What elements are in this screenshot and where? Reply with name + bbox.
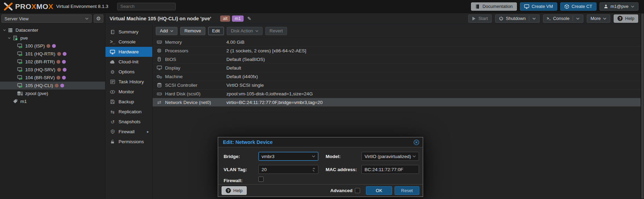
chevron-down-icon[interactable] (576, 18, 580, 20)
monitor-icon (156, 65, 163, 70)
menu-item-snapshots[interactable]: ↺ Snapshots (105, 117, 152, 127)
more-button[interactable]: More (587, 14, 611, 23)
chevron-down-icon[interactable] (532, 18, 536, 20)
menu-item-replication[interactable]: ⇆ Replication (105, 107, 152, 117)
bridge-combobox[interactable]: vmbr3 (258, 152, 318, 161)
tree-item-label: 102 (BR-RTR) (25, 59, 55, 64)
brand-part: PRO (15, 2, 31, 11)
vm-running-icon (17, 75, 23, 80)
tree-item-vm-105[interactable]: 105 (HQ-CLI) (0, 82, 105, 90)
view-selector-dropdown[interactable]: Server View (1, 14, 92, 23)
table-row-hard-disk[interactable]: Hard Disk (scsi0) zpool:vm-105-disk-0,io… (153, 90, 641, 98)
tag-dot-alt (57, 68, 61, 72)
ok-label: OK (376, 188, 382, 193)
edit-tags-icon[interactable]: ✎ (247, 16, 252, 21)
tree-item-datacenter[interactable]: Datacenter (0, 26, 105, 34)
create-vm-button[interactable]: Create VM (520, 2, 557, 11)
menu-item-permissions[interactable]: Permissions (105, 137, 152, 147)
table-row-machine[interactable]: ⚙⚙ Machine Default (i440fx) (153, 72, 641, 81)
edit-button[interactable]: Edit (208, 27, 224, 35)
user-menu-button[interactable]: m1@pve (600, 2, 638, 11)
menu-item-options[interactable]: ⚙ Options (105, 67, 152, 77)
create-ct-button[interactable]: Create CT (560, 2, 596, 11)
tree-item-vm-103[interactable]: 103 (HQ-SRV) (0, 66, 105, 74)
version-label: Virtual Environment 8.1.3 (56, 4, 108, 9)
menu-item-console[interactable]: >_ Console (105, 37, 152, 47)
ok-button[interactable]: OK (366, 186, 392, 195)
spinner-arrows[interactable] (313, 168, 315, 171)
row-value: 4.00 GiB (226, 40, 245, 45)
disk-action-button[interactable]: Disk Action (227, 27, 263, 35)
dialog-help-label: Help (233, 188, 243, 193)
scrollbar-thumb[interactable] (641, 13, 644, 199)
menu-item-label: Summary (119, 29, 139, 34)
row-value: 2 (1 sockets, 2 cores) [x86-64-v2-AES] (226, 48, 306, 53)
remove-button[interactable]: Remove (180, 27, 205, 35)
dialog-title: Edit: Network Device (223, 139, 273, 145)
mac-address-field[interactable]: BC:24:11:72:77:0F (361, 165, 419, 174)
firewall-checkbox[interactable] (258, 177, 264, 182)
menu-item-label: Task History (119, 79, 144, 84)
reset-button[interactable]: Reset (395, 186, 419, 195)
book-icon (110, 30, 115, 34)
table-row-memory[interactable]: Memory 4.00 GiB (153, 38, 641, 46)
table-row-display[interactable]: Display Default (153, 64, 641, 72)
tree-item-label: 101 (HQ-RTR) (25, 51, 55, 56)
edit-network-device-dialog: Edit: Network Device Bridge: vmbr3 Model… (218, 137, 423, 197)
view-selector-label: Server View (4, 16, 29, 21)
add-button[interactable]: Add (156, 27, 177, 35)
row-value: zpool:vm-105-disk-0,iothread=1,size=24G (226, 91, 313, 96)
revert-button[interactable]: Revert (265, 27, 287, 35)
help-label: Help (625, 16, 634, 21)
menu-item-firewall[interactable]: Firewall ▸ (105, 127, 152, 137)
tree-item-vm-101[interactable]: 101 (HQ-RTR) (0, 50, 105, 58)
menu-item-label: Permissions (119, 139, 144, 144)
table-row-processors[interactable]: Processors 2 (1 sockets, 2 cores) [x86-6… (153, 46, 641, 55)
vlan-tag-value: 20 (262, 167, 267, 172)
tree-item-vm-100[interactable]: 100 (ISP) (0, 42, 105, 50)
documentation-button[interactable]: Documentation (471, 2, 517, 11)
menu-item-summary[interactable]: Summary (105, 27, 152, 37)
table-row-scsi-controller[interactable]: SCSI Controller VirtIO SCSI single (153, 81, 641, 90)
tree-item-vm-102[interactable]: 102 (BR-RTR) (0, 58, 105, 66)
menu-item-label: Snapshots (119, 119, 141, 124)
start-button[interactable]: Start (468, 14, 491, 23)
menu-item-cloud-init[interactable]: Cloud-Init (105, 57, 152, 67)
close-icon[interactable] (413, 139, 419, 145)
tree-item-tag-m1[interactable]: m1 (0, 97, 105, 105)
table-row-bios[interactable]: BIOS Default (SeaBIOS) (153, 55, 641, 64)
menu-item-monitor[interactable]: Monitor (105, 87, 152, 97)
revert-label: Revert (269, 28, 283, 33)
help-button[interactable]: ? Help (614, 14, 638, 23)
shutdown-button[interactable]: Shutdown (495, 14, 540, 23)
tag-dot-m1 (63, 52, 67, 56)
model-combobox[interactable]: VirtIO (paravirtualized) (361, 152, 419, 161)
tree-item-label: 104 (BR-SRV) (25, 75, 55, 80)
power-icon (499, 16, 503, 21)
row-label: Memory (165, 40, 226, 45)
menu-item-task-history[interactable]: Task History (105, 77, 152, 87)
menu-item-backup[interactable]: Backup (105, 97, 152, 107)
list-icon (110, 80, 115, 84)
vlan-tag-spinner[interactable]: 20 (258, 165, 318, 174)
chevron-expand-icon (7, 37, 12, 39)
chevron-down-icon[interactable] (312, 155, 315, 157)
button-divider (529, 16, 529, 21)
advanced-checkbox[interactable] (355, 188, 360, 193)
view-selector-row: Server View ⚙ (0, 13, 105, 24)
chevron-down-icon[interactable] (412, 155, 416, 157)
tree-item-storage-zpool[interactable]: zpool (pve) (0, 90, 105, 97)
tree-item-pve[interactable]: pve (0, 34, 105, 42)
menu-item-label: Monitor (119, 89, 134, 94)
menu-item-hardware[interactable]: Hardware (105, 47, 152, 57)
console-button[interactable]: >_ Console (543, 14, 583, 23)
storage-icon (17, 91, 23, 96)
view-settings-button[interactable]: ⚙ (94, 14, 103, 23)
table-row-network-device[interactable]: ⇄ Network Device (net0) virtio=BC:24:11:… (153, 98, 641, 107)
dialog-help-button[interactable]: ? Help (222, 186, 247, 195)
vertical-scrollbar[interactable] (641, 13, 644, 199)
tree-item-vm-104[interactable]: 104 (BR-SRV) (0, 74, 105, 82)
tag-badge-m1: m1 (232, 15, 243, 22)
row-value: Default (226, 65, 241, 71)
search-input[interactable] (117, 3, 176, 10)
